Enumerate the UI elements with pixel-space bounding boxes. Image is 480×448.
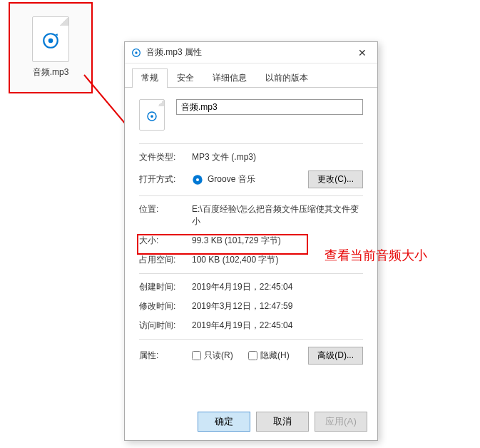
apply-button[interactable]: 应用(A): [315, 412, 367, 432]
close-button[interactable]: ✕: [352, 44, 373, 61]
created-label: 创建时间:: [139, 281, 192, 293]
readonly-label: 只读(R): [204, 350, 233, 362]
tab-security[interactable]: 安全: [168, 68, 203, 88]
titlebar: 音频.mp3 属性 ✕: [125, 42, 377, 63]
size-on-disk-label: 占用空间:: [139, 254, 192, 266]
svg-point-4: [135, 51, 137, 54]
size-value: 99.3 KB (101,729 字节): [192, 235, 363, 247]
hidden-label: 隐藏(H): [260, 350, 290, 362]
size-label: 大小:: [139, 235, 192, 247]
properties-dialog: 音频.mp3 属性 ✕ 常规 安全 详细信息 以前的版本 文件类型: MP3 文…: [124, 41, 378, 441]
file-type-icon: [139, 99, 165, 131]
file-type-label: 文件类型:: [139, 151, 192, 163]
groove-music-icon: [192, 174, 203, 185]
ok-button[interactable]: 确定: [198, 412, 250, 432]
hidden-checkbox[interactable]: [248, 351, 257, 360]
desktop-file-highlighted[interactable]: 音频.mp3: [9, 2, 93, 93]
dialog-content: 文件类型: MP3 文件 (.mp3) 打开方式: Groove 音乐 更改(C…: [125, 88, 377, 404]
dialog-title: 音频.mp3 属性: [146, 46, 352, 58]
svg-point-8: [196, 178, 199, 181]
tab-details[interactable]: 详细信息: [203, 68, 256, 88]
tab-general[interactable]: 常规: [132, 68, 168, 88]
location-label: 位置:: [139, 203, 192, 215]
filename-input[interactable]: [176, 99, 363, 115]
file-icon: [32, 16, 69, 62]
accessed-label: 访问时间:: [139, 320, 192, 332]
readonly-checkbox[interactable]: [192, 351, 201, 360]
advanced-button[interactable]: 高级(D)...: [308, 347, 363, 365]
modified-value: 2019年3月12日，12:47:59: [192, 300, 363, 312]
attributes-label: 属性:: [139, 350, 192, 362]
hidden-checkbox-wrap[interactable]: 隐藏(H): [248, 350, 290, 362]
dialog-footer: 确定 取消 应用(A): [125, 404, 377, 440]
tab-previous-versions[interactable]: 以前的版本: [256, 68, 317, 88]
created-value: 2019年4月19日，22:45:04: [192, 281, 363, 293]
open-with-label: 打开方式:: [139, 173, 192, 185]
location-value: E:\百度经验\怎么把音频文件压缩使其文件变小: [192, 203, 363, 228]
music-file-icon: [131, 47, 142, 58]
modified-label: 修改时间:: [139, 300, 192, 312]
readonly-checkbox-wrap[interactable]: 只读(R): [192, 350, 233, 362]
accessed-value: 2019年4月19日，22:45:04: [192, 320, 363, 332]
change-button[interactable]: 更改(C)...: [308, 170, 363, 188]
desktop-file-name: 音频.mp3: [10, 66, 91, 78]
open-with-value: Groove 音乐: [208, 173, 255, 185]
cancel-button[interactable]: 取消: [256, 412, 309, 432]
tab-bar: 常规 安全 详细信息 以前的版本: [125, 63, 377, 88]
file-type-value: MP3 文件 (.mp3): [192, 151, 363, 163]
svg-point-6: [150, 115, 153, 118]
svg-point-1: [48, 39, 53, 44]
annotation-text: 查看当前音频大小: [325, 247, 427, 264]
